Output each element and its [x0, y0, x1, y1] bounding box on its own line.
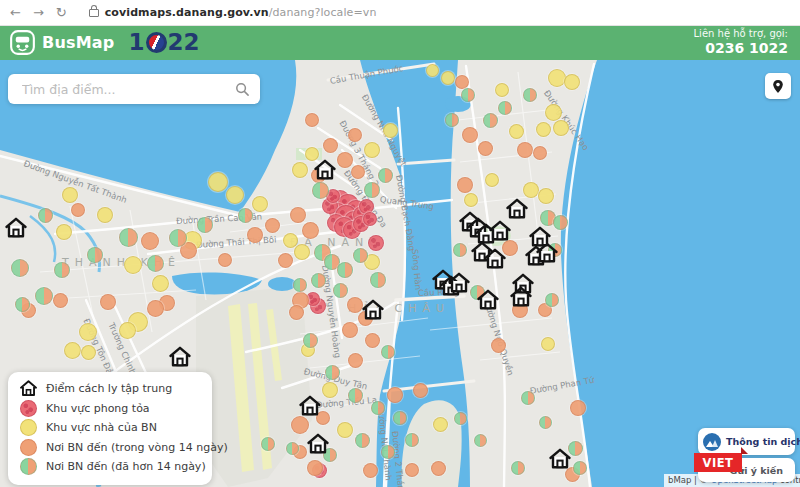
support-phone[interactable]: 0236 1022: [694, 40, 788, 56]
map-marker-orange[interactable]: [147, 300, 164, 317]
map-marker-half[interactable]: [353, 248, 368, 263]
address-bar[interactable]: covidmaps.danang.gov.vn/danang?locale=vn: [105, 6, 377, 19]
map-marker-half[interactable]: [445, 113, 459, 127]
map-marker-orange[interactable]: [307, 460, 323, 476]
search-box[interactable]: [8, 74, 260, 104]
map-marker-orange[interactable]: [405, 463, 419, 477]
map-marker-half[interactable]: [454, 412, 467, 425]
map-marker-half[interactable]: [371, 401, 385, 415]
map-marker-yellow[interactable]: [119, 322, 136, 339]
map-marker-orange[interactable]: [348, 128, 362, 142]
map-marker-yellow[interactable]: [283, 233, 298, 248]
locate-button[interactable]: [765, 73, 791, 99]
map-marker-yellow[interactable]: [337, 422, 353, 438]
map-marker-half[interactable]: [303, 333, 318, 348]
map-marker-yellow[interactable]: [292, 162, 308, 178]
map-marker-orange[interactable]: [457, 177, 473, 193]
map-marker-yellow[interactable]: [433, 417, 448, 432]
map-marker-yellow[interactable]: [541, 337, 555, 351]
map-marker-yellow[interactable]: [208, 172, 228, 192]
map-marker-yellow[interactable]: [536, 122, 551, 137]
map-marker-orange[interactable]: [53, 293, 68, 308]
map-marker-half[interactable]: [405, 433, 419, 447]
map-marker-orange[interactable]: [351, 165, 365, 179]
map-marker-orange[interactable]: [278, 253, 293, 268]
map-marker-half[interactable]: [461, 88, 475, 102]
map-marker-orange[interactable]: [218, 253, 232, 267]
map-marker-half[interactable]: [573, 461, 587, 475]
map-marker-half[interactable]: [370, 272, 386, 288]
map-marker-orange[interactable]: [323, 138, 338, 153]
map-marker-orange[interactable]: [342, 322, 358, 338]
map-marker-half[interactable]: [453, 243, 467, 257]
map-marker-orange[interactable]: [348, 353, 363, 368]
map-marker-half[interactable]: [147, 255, 164, 272]
map-marker-yellow[interactable]: [62, 187, 78, 203]
map-marker-yellow[interactable]: [81, 345, 96, 360]
map-marker-half[interactable]: [474, 434, 487, 447]
map-marker-orange[interactable]: [570, 400, 586, 416]
map-marker-orange[interactable]: [141, 232, 159, 250]
map-marker-yellow[interactable]: [464, 193, 478, 207]
map-marker-half[interactable]: [119, 228, 138, 247]
map-marker-half[interactable]: [286, 442, 299, 455]
map-marker-half[interactable]: [521, 391, 535, 405]
map-marker-orange[interactable]: [247, 227, 263, 243]
map-marker-orange[interactable]: [302, 222, 319, 239]
map-marker-half[interactable]: [87, 247, 103, 263]
map-marker-half[interactable]: [261, 437, 275, 451]
map-marker-yellow[interactable]: [364, 142, 380, 158]
map-marker-orange[interactable]: [265, 218, 280, 233]
map-marker-half[interactable]: [393, 411, 407, 425]
map-marker-yellow[interactable]: [64, 342, 81, 359]
map-marker-half[interactable]: [483, 113, 498, 128]
map-marker-yellow[interactable]: [124, 256, 142, 274]
map-marker-orange[interactable]: [290, 207, 306, 223]
map-marker-half[interactable]: [523, 88, 537, 102]
map-marker-orange[interactable]: [455, 75, 469, 89]
map-marker-half[interactable]: [553, 215, 568, 230]
map-marker-yellow[interactable]: [426, 64, 439, 77]
map-marker-half[interactable]: [381, 345, 395, 359]
map-marker-half[interactable]: [293, 278, 307, 292]
map-marker-yellow[interactable]: [152, 275, 169, 292]
map-marker-half[interactable]: [38, 208, 53, 223]
map-marker-orange[interactable]: [305, 113, 319, 127]
map-marker-yellow[interactable]: [523, 182, 539, 198]
search-icon[interactable]: [235, 82, 250, 97]
map-marker-red[interactable]: [368, 235, 384, 251]
map-marker-orange[interactable]: [462, 127, 478, 143]
browser-forward-icon[interactable]: →: [33, 0, 44, 25]
map-marker-yellow[interactable]: [485, 173, 499, 187]
map-marker-yellow[interactable]: [56, 224, 72, 240]
map-marker-half[interactable]: [348, 388, 363, 403]
map-marker-yellow[interactable]: [252, 196, 268, 212]
map-marker-half[interactable]: [169, 229, 187, 247]
map-marker-half[interactable]: [325, 365, 340, 380]
map-marker-half[interactable]: [378, 168, 393, 183]
browser-back-icon[interactable]: ←: [10, 0, 21, 25]
map-marker-orange[interactable]: [431, 461, 446, 476]
map-marker-half[interactable]: [545, 293, 559, 307]
map-marker-orange[interactable]: [491, 338, 506, 353]
map-marker-orange[interactable]: [533, 146, 547, 160]
busmap-brand[interactable]: BusMap: [42, 33, 114, 52]
map-marker-yellow[interactable]: [383, 123, 398, 138]
browser-reload-icon[interactable]: ↻: [56, 0, 67, 25]
map-marker-orange[interactable]: [365, 333, 380, 348]
map-marker-yellow[interactable]: [509, 124, 524, 139]
map-marker-half[interactable]: [311, 273, 326, 288]
map-marker-yellow[interactable]: [495, 83, 509, 97]
map-marker-yellow[interactable]: [545, 104, 562, 121]
map-marker-half[interactable]: [498, 101, 512, 115]
search-input[interactable]: [20, 81, 235, 98]
map-marker-half[interactable]: [15, 297, 30, 312]
map-marker-half[interactable]: [381, 445, 395, 459]
map-marker-yellow[interactable]: [553, 120, 569, 136]
map-marker-half[interactable]: [333, 283, 348, 298]
map-marker-half[interactable]: [54, 262, 70, 278]
map-marker-half[interactable]: [197, 217, 213, 233]
map-marker-half[interactable]: [35, 287, 53, 305]
map-marker-orange[interactable]: [517, 142, 533, 158]
map-marker-half[interactable]: [312, 182, 329, 199]
